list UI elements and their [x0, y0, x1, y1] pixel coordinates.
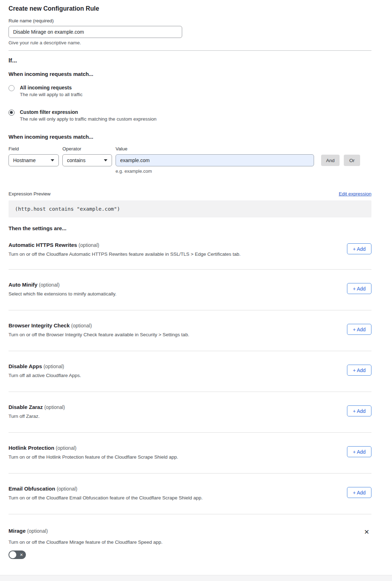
- add-button[interactable]: + Add: [347, 283, 371, 294]
- radio-description: The rule will apply to all traffic: [20, 92, 83, 97]
- setting-name: Email Obfuscation: [9, 486, 55, 492]
- section-divider: [9, 50, 371, 51]
- setting-name: Disable Apps: [9, 363, 42, 369]
- setting-info: Auto Minify (optional) Select which file…: [9, 282, 116, 297]
- setting-description: Select which file extensions to minify a…: [9, 291, 116, 297]
- add-button[interactable]: + Add: [347, 324, 371, 335]
- setting-name: Browser Integrity Check: [9, 322, 70, 328]
- then-settings-heading: Then the settings are...: [9, 225, 371, 231]
- setting-description: Turn on or off the Cloudflare Automatic …: [9, 251, 241, 257]
- setting-title: Auto Minify (optional): [9, 282, 116, 288]
- mirage-header: Mirage (optional) ✕: [9, 528, 371, 536]
- optional-label: (optional): [44, 364, 64, 369]
- setting-title: Automatic HTTPS Rewrites (optional): [9, 242, 241, 248]
- setting-auto-minify: Auto Minify (optional) Select which file…: [9, 270, 371, 310]
- setting-description: Turn on or off the Cloudflare Email Obfu…: [9, 495, 203, 500]
- field-select-value: Hostname: [13, 157, 36, 163]
- radio-label: Custom filter expression: [20, 109, 156, 115]
- rule-name-label: Rule name (required): [9, 18, 371, 23]
- chevron-down-icon: [104, 159, 107, 161]
- setting-email-obfuscation: Email Obfuscation (optional) Turn on or …: [9, 474, 371, 514]
- builder-column-labels: Field Operator Value: [9, 146, 371, 151]
- mirage-toggle-off[interactable]: ✕: [9, 550, 26, 559]
- match-heading: When incoming requests match...: [9, 71, 371, 77]
- setting-title: Mirage (optional): [9, 528, 48, 534]
- setting-disable-apps: Disable Apps (optional) Turn off all act…: [9, 351, 371, 392]
- radio-description: The rule will only apply to traffic matc…: [20, 116, 156, 122]
- setting-description: Turn on or off the Hotlink Protection fe…: [9, 454, 178, 460]
- setting-browser-integrity-check: Browser Integrity Check (optional) Turn …: [9, 310, 371, 351]
- radio-label: All incoming requests: [20, 85, 83, 90]
- setting-description: Turn off all active Cloudflare Apps.: [9, 373, 81, 378]
- and-button[interactable]: And: [321, 155, 340, 166]
- edit-expression-link[interactable]: Edit expression: [339, 191, 371, 197]
- setting-title: Disable Apps (optional): [9, 363, 81, 369]
- setting-info: Browser Integrity Check (optional) Turn …: [9, 322, 189, 337]
- page-title: Create new Configuration Rule: [9, 5, 371, 12]
- radio-selected-icon[interactable]: [9, 110, 15, 116]
- if-heading: If...: [9, 57, 371, 64]
- value-label: Value: [116, 146, 128, 151]
- builder-heading: When incoming requests match...: [9, 134, 371, 140]
- setting-name: Automatic HTTPS Rewrites: [9, 242, 77, 248]
- chevron-down-icon: [51, 159, 54, 161]
- operator-select-value: contains: [67, 157, 85, 163]
- setting-automatic-https-rewrites: Automatic HTTPS Rewrites (optional) Turn…: [9, 231, 371, 270]
- close-icon[interactable]: ✕: [364, 529, 369, 536]
- rule-name-help: Give your rule a descriptive name.: [9, 40, 371, 45]
- setting-name: Auto Minify: [9, 282, 38, 288]
- value-help: e.g. example.com: [116, 168, 371, 174]
- field-label: Field: [9, 146, 62, 151]
- expression-preview-label: Expression Preview: [9, 191, 51, 197]
- setting-mirage-expanded: Mirage (optional) ✕ Turn on or off the C…: [9, 514, 371, 559]
- setting-title: Disable Zaraz (optional): [9, 404, 65, 410]
- toggle-off-x-icon: ✕: [20, 550, 23, 559]
- setting-name: Mirage: [9, 528, 26, 534]
- operator-select[interactable]: contains: [62, 154, 112, 166]
- add-button[interactable]: + Add: [347, 446, 371, 457]
- setting-description: Turn on or off the Cloudflare Mirage fea…: [9, 540, 371, 545]
- setting-hotlink-protection: Hotlink Protection (optional) Turn on or…: [9, 433, 371, 474]
- optional-label: (optional): [44, 404, 65, 410]
- expression-preview-code: (http.host contains "example.com"): [9, 200, 371, 217]
- optional-label: (optional): [71, 323, 92, 328]
- add-button[interactable]: + Add: [347, 487, 371, 498]
- radio-text: All incoming requests The rule will appl…: [20, 85, 83, 97]
- value-input[interactable]: [116, 154, 314, 166]
- setting-info: Disable Apps (optional) Turn off all act…: [9, 363, 81, 378]
- setting-disable-zaraz: Disable Zaraz (optional) Turn off Zaraz.…: [9, 392, 371, 433]
- setting-name: Hotlink Protection: [9, 445, 54, 451]
- operator-label: Operator: [62, 146, 116, 151]
- radio-option-all-incoming-requests[interactable]: All incoming requests The rule will appl…: [9, 85, 371, 97]
- optional-label: (optional): [56, 445, 76, 451]
- add-button[interactable]: + Add: [347, 405, 371, 416]
- rule-name-input[interactable]: [9, 26, 182, 38]
- setting-info: Email Obfuscation (optional) Turn on or …: [9, 486, 203, 500]
- optional-label: (optional): [27, 528, 48, 534]
- setting-title: Hotlink Protection (optional): [9, 445, 178, 451]
- radio-option-custom-filter-expression[interactable]: Custom filter expression The rule will o…: [9, 109, 371, 122]
- setting-info: Hotlink Protection (optional) Turn on or…: [9, 445, 178, 460]
- expression-builder-row: Hostname contains And Or: [9, 154, 371, 166]
- setting-title: Browser Integrity Check (optional): [9, 322, 189, 328]
- setting-info: Disable Zaraz (optional) Turn off Zaraz.: [9, 404, 65, 419]
- setting-name: Disable Zaraz: [9, 404, 43, 410]
- optional-label: (optional): [57, 486, 77, 492]
- setting-title: Email Obfuscation (optional): [9, 486, 203, 492]
- optional-label: (optional): [39, 282, 60, 288]
- toggle-knob: [9, 551, 16, 558]
- setting-description: Turn off Zaraz.: [9, 414, 65, 419]
- or-button[interactable]: Or: [344, 155, 360, 166]
- optional-label: (optional): [79, 242, 99, 248]
- footer-band: [0, 575, 392, 581]
- add-button[interactable]: + Add: [347, 243, 371, 254]
- expression-preview-row: Expression Preview Edit expression: [9, 191, 371, 197]
- configuration-rule-form: Create new Configuration Rule Rule name …: [0, 0, 392, 559]
- setting-description: Turn on or off the Browser Integrity Che…: [9, 332, 189, 337]
- radio-text: Custom filter expression The rule will o…: [20, 109, 156, 122]
- radio-unselected-icon[interactable]: [9, 85, 15, 91]
- field-select[interactable]: Hostname: [9, 154, 59, 166]
- add-button[interactable]: + Add: [347, 365, 371, 376]
- setting-info: Automatic HTTPS Rewrites (optional) Turn…: [9, 242, 241, 257]
